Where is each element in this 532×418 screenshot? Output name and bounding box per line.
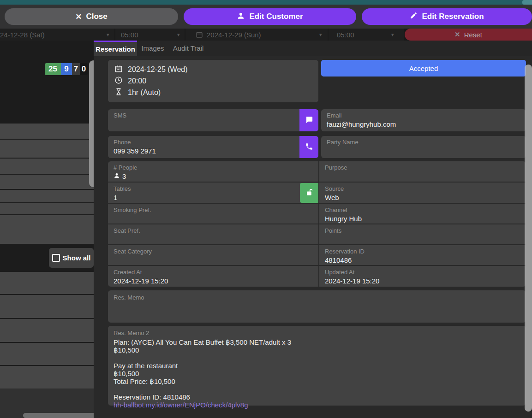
people-field[interactable]: # People 3: [108, 161, 318, 182]
channel-label: Channel: [325, 206, 520, 213]
reservation-id-value: 4810486: [325, 256, 520, 264]
points-field[interactable]: Points: [319, 224, 526, 244]
date-to-value: 2024-12-29 (Sun): [207, 31, 261, 39]
party-name-field[interactable]: Party Name: [321, 136, 526, 158]
tables-value: 1: [114, 194, 313, 201]
list-row[interactable]: [0, 343, 94, 365]
tab-images[interactable]: Images: [137, 41, 168, 56]
reservation-date-row: 2024-12-25 (Wed): [114, 65, 312, 75]
seat-category-field[interactable]: Seat Category: [108, 245, 318, 265]
badge-seated-count: 9: [61, 63, 72, 75]
memo2-line: Plan: (AYCE) All You Can Eat Buffet ฿3,5…: [114, 338, 520, 346]
phone-label: Phone: [114, 139, 313, 146]
bottom-horizontal-scrollbar[interactable]: [23, 413, 102, 418]
list-row[interactable]: [0, 159, 94, 174]
sms-field[interactable]: SMS: [108, 109, 318, 131]
memo2-line: ฿10,500: [114, 370, 520, 377]
seat-pref-field[interactable]: Seat Pref.: [108, 224, 318, 244]
edit-reservation-button[interactable]: Edit Reservation: [362, 8, 532, 25]
source-value: Web: [325, 194, 520, 201]
date-from-select[interactable]: 24-12-28 (Sat) ▾: [0, 29, 114, 41]
close-button[interactable]: ✕ Close: [5, 8, 178, 25]
seat-pref-label: Seat Pref.: [114, 227, 313, 234]
reset-button[interactable]: ✕ Reset: [405, 29, 532, 41]
res-memo2-field[interactable]: Res. Memo 2 Plan: (AYCE) All You Can Eat…: [108, 326, 526, 406]
reservation-duration: 1hr (Auto): [128, 88, 161, 97]
call-phone-button[interactable]: [299, 136, 318, 158]
time-from-select[interactable]: 05:00 ▾: [115, 29, 185, 41]
date-to-select[interactable]: 2024-12-29 (Sun) ▾: [185, 29, 328, 41]
show-all-checkbox[interactable]: [52, 254, 60, 262]
purpose-label: Purpose: [325, 164, 520, 171]
badge-pending-count: 7: [72, 63, 80, 75]
people-value: 3: [122, 172, 126, 180]
list-row[interactable]: [0, 140, 94, 158]
list-row[interactable]: [0, 366, 94, 389]
email-label: Email: [327, 112, 520, 119]
channel-field[interactable]: Channel Hungry Hub: [319, 204, 526, 224]
modal-vertical-scrollbar[interactable]: [525, 65, 532, 412]
smoking-pref-field[interactable]: Smoking Pref.: [108, 204, 318, 224]
tables-field[interactable]: Tables 1: [108, 183, 318, 203]
edit-customer-button[interactable]: Edit Customer: [184, 8, 356, 25]
reservation-duration-row: 1hr (Auto): [114, 88, 312, 98]
updated-at-label: Updated At: [325, 269, 520, 276]
reset-label: Reset: [464, 31, 482, 39]
points-label: Points: [325, 227, 520, 234]
list-row[interactable]: [0, 175, 94, 189]
calendar-icon: [196, 31, 203, 40]
memo2-line: ฿10,500: [114, 346, 520, 354]
chevron-down-icon: ▾: [177, 32, 180, 38]
email-value: fauzi@hungryhub.com: [327, 120, 520, 128]
res-memo2-label: Res. Memo 2: [114, 330, 520, 336]
reservation-date: 2024-12-25 (Wed): [128, 65, 188, 74]
show-all-label: Show all: [63, 254, 91, 262]
created-at-field[interactable]: Created At 2024-12-19 15:20: [108, 266, 318, 287]
source-field[interactable]: Source Web: [319, 183, 526, 203]
calendar-icon: [114, 65, 123, 75]
created-at-label: Created At: [114, 269, 313, 276]
status-count-badges: 25 9 7 0: [45, 63, 88, 75]
time-to-select[interactable]: 05:00 ▾: [329, 29, 404, 41]
pencil-icon: [410, 12, 418, 22]
email-field[interactable]: Email fauzi@hungryhub.com: [321, 109, 526, 131]
res-memo-field[interactable]: Res. Memo: [108, 290, 526, 323]
send-sms-button[interactable]: [299, 109, 318, 131]
list-row[interactable]: [0, 295, 94, 318]
memo2-line: Reservation ID: 4810486: [114, 393, 520, 401]
reservation-time-row: 20:00: [114, 76, 312, 86]
reservation-time: 20:00: [128, 77, 146, 85]
updated-at-field[interactable]: Updated At 2024-12-19 15:20: [319, 266, 526, 287]
close-label: Close: [86, 12, 107, 21]
unlock-tables-button[interactable]: [300, 183, 319, 203]
hourglass-icon: [114, 88, 123, 98]
tab-reservation[interactable]: Reservation: [94, 41, 137, 56]
top-accent-bar: [0, 0, 532, 5]
purpose-field[interactable]: Purpose: [319, 161, 526, 182]
list-row[interactable]: [0, 190, 94, 202]
tab-bar: Reservation Images Audit Trail: [94, 41, 532, 56]
party-name-label: Party Name: [327, 139, 520, 146]
chat-bubble-icon: [305, 116, 313, 125]
phone-field[interactable]: Phone 099 359 2971: [108, 136, 318, 158]
phone-icon: [305, 142, 313, 152]
reservation-datetime-card: 2024-12-25 (Wed) 20:00 1hr (Auto): [108, 60, 318, 102]
tab-audit-trail[interactable]: Audit Trail: [168, 41, 208, 56]
app-window: ✕ Close Edit Customer Edit Reservation 2…: [0, 0, 532, 418]
show-all-button[interactable]: Show all: [49, 248, 94, 268]
list-row[interactable]: [0, 124, 94, 139]
sms-label: SMS: [114, 112, 313, 119]
chevron-down-icon: ▾: [391, 32, 394, 38]
edit-customer-label: Edit Customer: [249, 12, 303, 21]
chevron-down-icon: ▾: [319, 32, 322, 38]
reservation-id-field[interactable]: Reservation ID 4810486: [319, 245, 526, 265]
badge-other-count: 0: [80, 63, 88, 75]
list-row[interactable]: [0, 203, 94, 214]
list-row[interactable]: [0, 215, 94, 244]
list-row[interactable]: [0, 272, 94, 294]
status-accepted-button[interactable]: Accepted: [321, 60, 526, 77]
check-link[interactable]: hh-ballbot.my.id/owner/ENjPO/check/4plv8…: [114, 401, 520, 409]
filter-bar: 24-12-28 (Sat) ▾ 05:00 ▾ 2024-12-29 (Sun…: [0, 29, 532, 41]
list-row[interactable]: [0, 319, 94, 342]
top-scrollbar-thumb[interactable]: [522, 0, 532, 5]
